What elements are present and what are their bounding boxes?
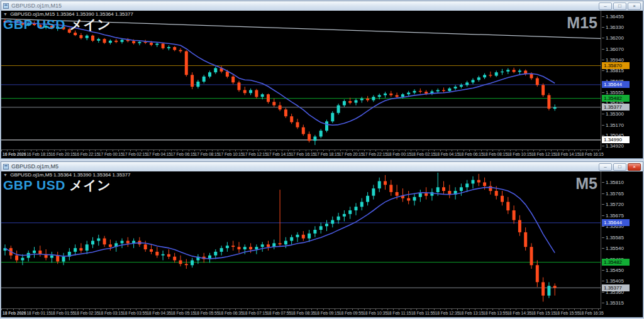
close-button[interactable]: ×	[628, 163, 641, 171]
candlestick-plot[interactable]	[1, 171, 601, 309]
candle-body	[255, 247, 258, 249]
window-titlebar[interactable]: GBPUSD.oj1m,M15 – □ ×	[1, 1, 643, 11]
minimize-button[interactable]: –	[599, 3, 612, 10]
chevron-down-icon[interactable]: ▼	[3, 173, 8, 177]
price-tick-label: 1.35585	[606, 235, 624, 241]
candle-body	[290, 237, 293, 241]
price-scale[interactable]: 1.364551.363301.362001.360701.359401.358…	[601, 11, 643, 150]
candle-body	[238, 82, 241, 90]
candle-body	[308, 134, 311, 141]
time-tick-label: 18 Feb 12:15	[531, 152, 555, 156]
candle-body	[179, 261, 182, 264]
time-tick-label: 18 Feb 16:15	[579, 152, 604, 156]
time-tick-label: 17 Feb 10:15	[219, 152, 243, 156]
candle-body	[74, 248, 77, 252]
candle-body	[191, 261, 194, 266]
candle-body	[313, 230, 316, 234]
candle-body	[477, 77, 480, 80]
chevron-down-icon[interactable]: ▼	[3, 12, 8, 16]
candle-body	[79, 35, 82, 38]
time-tick-label: 18 Feb 15:15	[531, 311, 555, 315]
chart-area[interactable]: 1.364551.363301.362001.360701.359401.358…	[1, 11, 643, 158]
candle-body	[38, 251, 42, 254]
candle-body	[384, 181, 387, 185]
time-axis[interactable]: 18 Feb 202618 Feb 01:1518 Feb 01:5518 Fe…	[1, 308, 601, 317]
time-tick-label: 17 Feb 16:15	[291, 152, 315, 156]
candle-body	[348, 101, 352, 103]
window-controls: – □ ×	[599, 3, 641, 10]
candle-body	[150, 249, 153, 252]
candle-body	[302, 235, 305, 239]
time-tick-label: 18 Feb 04:15	[435, 152, 460, 156]
price-scale[interactable]: 1.358101.357651.357201.356751.356301.355…	[601, 171, 643, 309]
close-button[interactable]: ×	[628, 3, 641, 10]
candle-body	[384, 94, 387, 95]
time-tick-label: 18 Feb 09:55	[339, 311, 364, 315]
candle-body	[425, 193, 428, 196]
maximize-button[interactable]: □	[613, 163, 626, 171]
candle-body	[454, 87, 457, 89]
time-tick-label: 18 Feb 11:15	[387, 311, 411, 315]
price-tick-label: 1.35450	[606, 268, 624, 273]
price-tick-label: 1.36070	[606, 46, 624, 52]
candle-body	[541, 85, 545, 95]
candle-body	[419, 91, 422, 92]
price-marker-green-level: 1.35482	[602, 95, 630, 102]
price-tick-label: 1.35540	[606, 246, 624, 251]
candle-body	[425, 92, 428, 94]
time-tick-label: 17 Feb 14:15	[267, 152, 291, 156]
chart-header: ▼ GBPUSD.oj1m,M5 1.35364 1.35390 1.35364…	[3, 172, 130, 178]
candle-body	[56, 27, 59, 29]
candle-body	[319, 131, 323, 136]
chart-area[interactable]: 1.358101.357651.357201.356751.356301.355…	[1, 171, 643, 317]
candle-body	[325, 224, 328, 226]
candle-body	[214, 68, 217, 73]
price-tick-label: 1.36330	[606, 24, 624, 30]
candle-body	[343, 214, 346, 217]
chart-window-icon	[3, 3, 9, 9]
time-tick-label: 17 Feb 12:15	[243, 152, 267, 156]
price-marker-current-price: 1.35377	[602, 284, 630, 291]
candle-body	[536, 78, 539, 85]
candle-body	[27, 23, 30, 24]
candle-body	[103, 239, 106, 245]
candle-body	[553, 107, 557, 109]
candle-body	[208, 72, 211, 77]
candle-body	[267, 244, 270, 247]
candle-body	[489, 75, 492, 75]
time-tick-label: 18 Feb 14:35	[507, 311, 531, 315]
window-titlebar[interactable]: GBPUSD.oj1m,M5 – □ ×	[1, 162, 643, 172]
candle-body	[319, 226, 323, 230]
candle-body	[162, 44, 165, 48]
time-tick-label: 18 Feb 08:35	[291, 311, 315, 315]
chart-window-m5: GBPUSD.oj1m,M5 – □ × 1.358101.357651.357…	[1, 161, 643, 318]
candle-body	[337, 217, 340, 220]
candlestick-plot[interactable]	[1, 11, 601, 150]
candle-body	[231, 246, 235, 247]
time-tick-label: 18 Feb 13:55	[483, 311, 508, 315]
time-tick-label: 17 Feb 20:15	[339, 152, 364, 156]
candle-body	[114, 41, 118, 42]
price-tick-label: 1.35765	[606, 191, 624, 197]
candle-body	[413, 91, 416, 93]
time-tick-label: 17 Feb 18:15	[315, 152, 340, 156]
minimize-button[interactable]: –	[599, 163, 612, 171]
candle-body	[255, 90, 258, 97]
candle-body	[38, 25, 42, 28]
price-marker-green-level: 1.35482	[602, 259, 630, 266]
candle-body	[302, 127, 305, 134]
time-tick-label: 18 Feb 03:15	[99, 311, 123, 315]
time-tick-label: 18 Feb 06:35	[219, 311, 243, 315]
candle-body	[203, 77, 206, 82]
candle-body	[15, 256, 18, 261]
candle-body	[483, 182, 486, 186]
candle-body	[179, 50, 182, 51]
candle-body	[109, 41, 112, 43]
candle-body	[518, 71, 521, 72]
time-tick-label: 18 Feb 07:55	[267, 311, 291, 315]
maximize-button[interactable]: □	[613, 3, 626, 10]
candle-body	[50, 26, 53, 28]
time-axis[interactable]: 16 Feb 202616 Feb 18:1516 Feb 20:1516 Fe…	[1, 149, 601, 158]
price-marker-orange-level: 1.35870	[602, 62, 630, 69]
candle-body	[220, 248, 223, 252]
